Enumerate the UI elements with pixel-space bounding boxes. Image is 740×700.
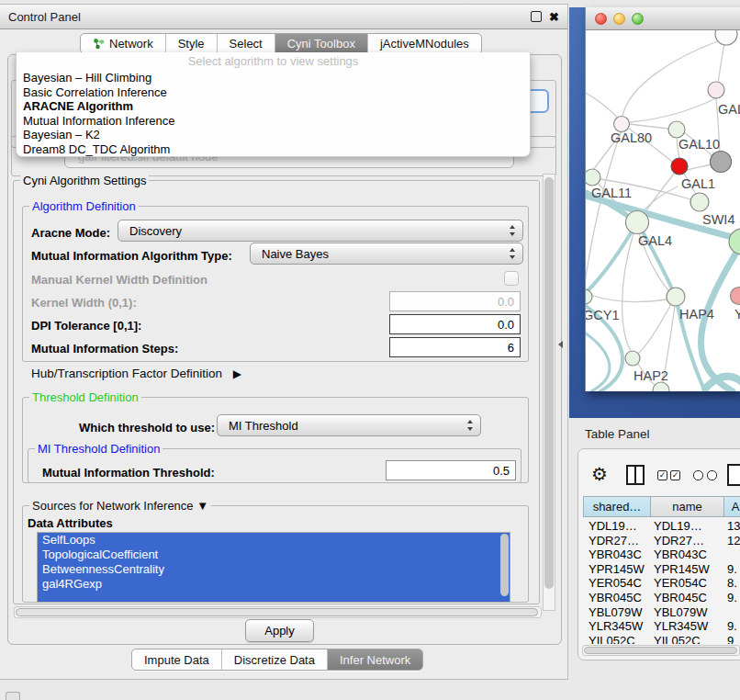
tab-cyni-toolbox[interactable]: Cyni Toolbox — [275, 34, 368, 53]
window-minimize-button[interactable] — [613, 13, 625, 25]
attribute-item-selfloops[interactable]: SelfLoops — [38, 533, 510, 548]
network-edge[interactable] — [622, 39, 725, 117]
control-panel-titlebar[interactable]: Control Panel ✖ — [0, 5, 567, 29]
algorithm-option-bayesian-k2[interactable]: Bayesian – K2 — [17, 128, 530, 142]
attribute-item-partial[interactable] — [38, 592, 510, 603]
table-cell: YLR345W — [654, 619, 708, 633]
mi-threshold-label: Mutual Information Threshold: — [42, 466, 215, 480]
column-header-a[interactable]: A — [724, 496, 740, 517]
network-node[interactable] — [729, 229, 740, 254]
algorithm-option-bayesian-hill-climbing[interactable]: Bayesian – Hill Climbing — [17, 71, 530, 85]
table-row[interactable]: YBR045CYBR045C9. — [583, 591, 740, 605]
manual-kernel-label: Manual Kernel Width Definition — [31, 273, 207, 287]
stepper-arrows-icon — [510, 248, 516, 259]
hub-definition-toggle[interactable]: Hub/Transcription Factor Definition ▶ — [31, 367, 241, 380]
network-edge[interactable] — [630, 98, 716, 122]
apply-button[interactable]: Apply — [245, 619, 314, 642]
network-edge[interactable] — [590, 295, 667, 302]
network-edge[interactable] — [630, 124, 668, 129]
table-row[interactable]: YDL19…YDL19…13 — [583, 519, 740, 534]
node-label-gal11: GAL11 — [591, 186, 632, 200]
attribute-item-betweennesscentrality[interactable]: BetweennessCentrality — [38, 562, 510, 577]
tab-discretize-data[interactable]: Discretize Data — [222, 649, 328, 670]
window-zoom-button[interactable] — [632, 13, 644, 25]
network-node[interactable] — [715, 30, 737, 45]
tab-network[interactable]: Network — [81, 34, 166, 53]
tab-impute-data[interactable]: Impute Data — [132, 649, 222, 670]
tab-style[interactable]: Style — [166, 34, 218, 53]
table-cell: 13 — [727, 519, 740, 533]
network-edge[interactable] — [639, 304, 671, 353]
network-window-titlebar[interactable] — [585, 7, 740, 30]
float-window-icon[interactable] — [531, 11, 542, 22]
document-icon[interactable] — [727, 464, 740, 486]
tab-infer-network[interactable]: Infer Network — [328, 649, 422, 670]
algorithm-option-aracne-algorithm[interactable]: ARACNE Algorithm — [17, 99, 530, 114]
close-panel-icon[interactable]: ✖ — [549, 11, 559, 23]
table-row[interactable]: YPR145WYPR145W9. — [583, 562, 740, 577]
mi-threshold-input[interactable]: 0.5 — [386, 460, 516, 480]
split-collapse-arrow-icon[interactable] — [558, 341, 563, 348]
table-cell: YDL19… — [654, 519, 702, 533]
network-node[interactable] — [671, 158, 688, 175]
tab-jactivemnodules[interactable]: jActiveMNodules — [368, 34, 481, 53]
table-cell: 9. — [727, 562, 737, 576]
gear-icon[interactable]: ⚙ — [591, 463, 608, 485]
network-edge[interactable] — [645, 173, 675, 213]
split-columns-icon[interactable] — [626, 465, 645, 485]
network-node[interactable] — [711, 152, 732, 173]
dpi-tolerance-input[interactable]: 0.0 — [389, 314, 521, 334]
network-node[interactable] — [614, 117, 630, 132]
table-cell: YDL19… — [589, 519, 637, 533]
network-node[interactable] — [626, 211, 649, 234]
mi-steps-input[interactable]: 6 — [389, 337, 521, 357]
network-edge[interactable] — [622, 233, 633, 351]
algorithm-option-dream8-dc-tdc-algorithm[interactable]: Dream8 DC_TDC Algorithm — [17, 142, 530, 157]
network-edge[interactable] — [586, 93, 621, 120]
table-row[interactable]: YDR27…YDR27…12 — [583, 534, 740, 548]
network-edge[interactable] — [687, 164, 711, 170]
table-cell: YDR27… — [589, 534, 639, 548]
table-row[interactable]: YER054CYER054C8. — [583, 576, 740, 591]
network-node[interactable] — [668, 121, 685, 138]
network-node[interactable] — [708, 82, 724, 98]
which-threshold-select[interactable]: MI Threshold — [217, 414, 481, 436]
kernel-width-input[interactable]: 0.0 — [389, 291, 521, 311]
network-node[interactable] — [586, 169, 600, 186]
settings-vscroll-thumb[interactable] — [544, 177, 554, 589]
attribute-item-topologicalcoefficient[interactable]: TopologicalCoefficient — [38, 548, 510, 562]
network-edge-highlighted[interactable] — [586, 333, 610, 391]
table-row[interactable]: YBL079WYBL079W — [583, 605, 740, 620]
cyni-mode-tabs: Impute DataDiscretize DataInfer Network — [131, 649, 423, 671]
manual-kernel-checkbox[interactable] — [504, 271, 519, 286]
algorithm-option-mutual-information-inference[interactable]: Mutual Information Inference — [17, 114, 530, 129]
attribute-item-gal4rgexp[interactable]: gal4RGexp — [38, 577, 510, 592]
network-node[interactable] — [690, 193, 709, 211]
attribute-list-scrollbar[interactable] — [500, 534, 509, 596]
window-close-button[interactable] — [595, 13, 607, 25]
unchecked-columns-icon[interactable] — [693, 470, 717, 480]
table-row[interactable]: YIL052CYIL052C9 — [583, 634, 740, 644]
network-node[interactable] — [653, 382, 669, 391]
column-header-shared-[interactable]: shared… — [583, 496, 651, 517]
mi-algorithm-type-select[interactable]: Naive Bayes — [250, 243, 523, 265]
sources-title[interactable]: Sources for Network Inference ▼ — [29, 500, 211, 512]
network-node[interactable] — [625, 351, 640, 366]
settings-hscroll-thumb[interactable] — [16, 608, 538, 616]
table-row[interactable]: YBR043CYBR043C — [583, 548, 740, 562]
checked-columns-icon[interactable]: ✓✓ — [657, 470, 680, 480]
network-node[interactable] — [731, 288, 740, 305]
algorithm-option-basic-correlation-inference[interactable]: Basic Correlation Inference — [17, 85, 530, 100]
table-hscroll-thumb[interactable] — [584, 647, 737, 654]
table-cell: YPR145W — [654, 562, 710, 576]
network-node[interactable] — [667, 288, 685, 306]
aracne-mode-select[interactable]: Discovery — [118, 220, 523, 242]
minimized-panel-stub[interactable] — [6, 692, 20, 700]
network-node[interactable] — [586, 289, 592, 304]
tab-label: Cyni Toolbox — [287, 37, 355, 51]
node-label-hap2: HAP2 — [633, 368, 668, 383]
column-header-name[interactable]: name — [651, 496, 724, 517]
table-row[interactable]: YLR345WYLR345W9. — [583, 619, 740, 634]
tab-select[interactable]: Select — [218, 34, 275, 53]
network-canvas[interactable]: GALGAL80GAL10GAL1GAL11SWI4GAL4GCY1HAP4YH… — [585, 30, 740, 391]
